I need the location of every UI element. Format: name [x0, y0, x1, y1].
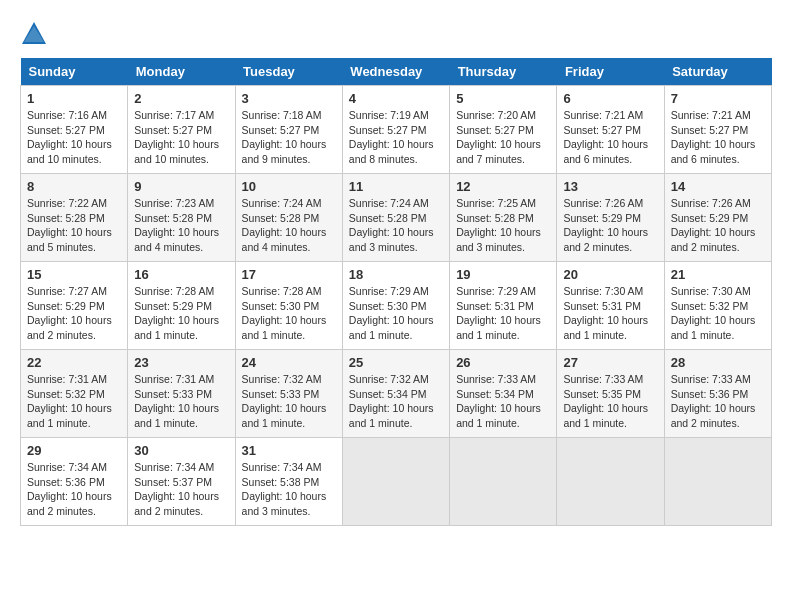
calendar-cell: 5Sunrise: 7:20 AM Sunset: 5:27 PM Daylig… [450, 86, 557, 174]
day-info: Sunrise: 7:31 AM Sunset: 5:33 PM Dayligh… [134, 372, 228, 431]
day-info: Sunrise: 7:30 AM Sunset: 5:31 PM Dayligh… [563, 284, 657, 343]
calendar-cell: 13Sunrise: 7:26 AM Sunset: 5:29 PM Dayli… [557, 174, 664, 262]
day-number: 11 [349, 179, 443, 194]
day-header: Thursday [450, 58, 557, 86]
day-header: Monday [128, 58, 235, 86]
calendar-body: 1Sunrise: 7:16 AM Sunset: 5:27 PM Daylig… [21, 86, 772, 526]
calendar-week-row: 22Sunrise: 7:31 AM Sunset: 5:32 PM Dayli… [21, 350, 772, 438]
day-info: Sunrise: 7:34 AM Sunset: 5:38 PM Dayligh… [242, 460, 336, 519]
day-number: 25 [349, 355, 443, 370]
day-info: Sunrise: 7:34 AM Sunset: 5:36 PM Dayligh… [27, 460, 121, 519]
day-number: 17 [242, 267, 336, 282]
day-header: Saturday [664, 58, 771, 86]
day-number: 30 [134, 443, 228, 458]
day-info: Sunrise: 7:18 AM Sunset: 5:27 PM Dayligh… [242, 108, 336, 167]
calendar-week-row: 8Sunrise: 7:22 AM Sunset: 5:28 PM Daylig… [21, 174, 772, 262]
day-number: 19 [456, 267, 550, 282]
day-number: 5 [456, 91, 550, 106]
day-number: 29 [27, 443, 121, 458]
calendar-cell: 10Sunrise: 7:24 AM Sunset: 5:28 PM Dayli… [235, 174, 342, 262]
day-header: Tuesday [235, 58, 342, 86]
calendar-header-row: SundayMondayTuesdayWednesdayThursdayFrid… [21, 58, 772, 86]
day-info: Sunrise: 7:23 AM Sunset: 5:28 PM Dayligh… [134, 196, 228, 255]
calendar-cell: 25Sunrise: 7:32 AM Sunset: 5:34 PM Dayli… [342, 350, 449, 438]
calendar-cell: 23Sunrise: 7:31 AM Sunset: 5:33 PM Dayli… [128, 350, 235, 438]
day-number: 21 [671, 267, 765, 282]
day-number: 6 [563, 91, 657, 106]
calendar-cell [342, 438, 449, 526]
day-info: Sunrise: 7:22 AM Sunset: 5:28 PM Dayligh… [27, 196, 121, 255]
calendar-cell: 21Sunrise: 7:30 AM Sunset: 5:32 PM Dayli… [664, 262, 771, 350]
day-number: 8 [27, 179, 121, 194]
day-info: Sunrise: 7:27 AM Sunset: 5:29 PM Dayligh… [27, 284, 121, 343]
day-number: 13 [563, 179, 657, 194]
logo [20, 20, 52, 48]
day-info: Sunrise: 7:21 AM Sunset: 5:27 PM Dayligh… [563, 108, 657, 167]
calendar-cell: 3Sunrise: 7:18 AM Sunset: 5:27 PM Daylig… [235, 86, 342, 174]
day-number: 3 [242, 91, 336, 106]
day-number: 1 [27, 91, 121, 106]
calendar-table: SundayMondayTuesdayWednesdayThursdayFrid… [20, 58, 772, 526]
day-info: Sunrise: 7:25 AM Sunset: 5:28 PM Dayligh… [456, 196, 550, 255]
calendar-cell: 31Sunrise: 7:34 AM Sunset: 5:38 PM Dayli… [235, 438, 342, 526]
calendar-cell: 1Sunrise: 7:16 AM Sunset: 5:27 PM Daylig… [21, 86, 128, 174]
day-info: Sunrise: 7:32 AM Sunset: 5:33 PM Dayligh… [242, 372, 336, 431]
day-number: 26 [456, 355, 550, 370]
day-number: 28 [671, 355, 765, 370]
day-info: Sunrise: 7:33 AM Sunset: 5:34 PM Dayligh… [456, 372, 550, 431]
day-number: 12 [456, 179, 550, 194]
calendar-cell: 17Sunrise: 7:28 AM Sunset: 5:30 PM Dayli… [235, 262, 342, 350]
calendar-cell: 16Sunrise: 7:28 AM Sunset: 5:29 PM Dayli… [128, 262, 235, 350]
day-number: 20 [563, 267, 657, 282]
calendar-cell: 29Sunrise: 7:34 AM Sunset: 5:36 PM Dayli… [21, 438, 128, 526]
day-info: Sunrise: 7:26 AM Sunset: 5:29 PM Dayligh… [563, 196, 657, 255]
calendar-cell: 22Sunrise: 7:31 AM Sunset: 5:32 PM Dayli… [21, 350, 128, 438]
calendar-cell: 2Sunrise: 7:17 AM Sunset: 5:27 PM Daylig… [128, 86, 235, 174]
day-number: 22 [27, 355, 121, 370]
day-number: 24 [242, 355, 336, 370]
calendar-cell [664, 438, 771, 526]
day-number: 14 [671, 179, 765, 194]
calendar-cell: 9Sunrise: 7:23 AM Sunset: 5:28 PM Daylig… [128, 174, 235, 262]
day-header: Wednesday [342, 58, 449, 86]
day-info: Sunrise: 7:19 AM Sunset: 5:27 PM Dayligh… [349, 108, 443, 167]
day-info: Sunrise: 7:32 AM Sunset: 5:34 PM Dayligh… [349, 372, 443, 431]
calendar-cell: 20Sunrise: 7:30 AM Sunset: 5:31 PM Dayli… [557, 262, 664, 350]
day-number: 23 [134, 355, 228, 370]
day-number: 27 [563, 355, 657, 370]
calendar-cell: 15Sunrise: 7:27 AM Sunset: 5:29 PM Dayli… [21, 262, 128, 350]
calendar-week-row: 1Sunrise: 7:16 AM Sunset: 5:27 PM Daylig… [21, 86, 772, 174]
day-info: Sunrise: 7:26 AM Sunset: 5:29 PM Dayligh… [671, 196, 765, 255]
logo-icon [20, 20, 48, 48]
day-number: 10 [242, 179, 336, 194]
calendar-cell: 18Sunrise: 7:29 AM Sunset: 5:30 PM Dayli… [342, 262, 449, 350]
day-number: 2 [134, 91, 228, 106]
calendar-cell [450, 438, 557, 526]
day-info: Sunrise: 7:29 AM Sunset: 5:31 PM Dayligh… [456, 284, 550, 343]
calendar-cell: 12Sunrise: 7:25 AM Sunset: 5:28 PM Dayli… [450, 174, 557, 262]
calendar-cell: 27Sunrise: 7:33 AM Sunset: 5:35 PM Dayli… [557, 350, 664, 438]
day-info: Sunrise: 7:21 AM Sunset: 5:27 PM Dayligh… [671, 108, 765, 167]
day-info: Sunrise: 7:24 AM Sunset: 5:28 PM Dayligh… [349, 196, 443, 255]
day-info: Sunrise: 7:33 AM Sunset: 5:35 PM Dayligh… [563, 372, 657, 431]
calendar-cell: 28Sunrise: 7:33 AM Sunset: 5:36 PM Dayli… [664, 350, 771, 438]
svg-marker-1 [24, 26, 44, 42]
day-number: 4 [349, 91, 443, 106]
calendar-cell: 4Sunrise: 7:19 AM Sunset: 5:27 PM Daylig… [342, 86, 449, 174]
calendar-cell: 24Sunrise: 7:32 AM Sunset: 5:33 PM Dayli… [235, 350, 342, 438]
day-info: Sunrise: 7:33 AM Sunset: 5:36 PM Dayligh… [671, 372, 765, 431]
day-number: 18 [349, 267, 443, 282]
calendar-cell: 8Sunrise: 7:22 AM Sunset: 5:28 PM Daylig… [21, 174, 128, 262]
calendar-week-row: 29Sunrise: 7:34 AM Sunset: 5:36 PM Dayli… [21, 438, 772, 526]
day-info: Sunrise: 7:34 AM Sunset: 5:37 PM Dayligh… [134, 460, 228, 519]
day-info: Sunrise: 7:28 AM Sunset: 5:29 PM Dayligh… [134, 284, 228, 343]
calendar-cell: 26Sunrise: 7:33 AM Sunset: 5:34 PM Dayli… [450, 350, 557, 438]
day-info: Sunrise: 7:16 AM Sunset: 5:27 PM Dayligh… [27, 108, 121, 167]
calendar-cell: 11Sunrise: 7:24 AM Sunset: 5:28 PM Dayli… [342, 174, 449, 262]
calendar-cell: 30Sunrise: 7:34 AM Sunset: 5:37 PM Dayli… [128, 438, 235, 526]
calendar-cell [557, 438, 664, 526]
day-info: Sunrise: 7:31 AM Sunset: 5:32 PM Dayligh… [27, 372, 121, 431]
day-info: Sunrise: 7:29 AM Sunset: 5:30 PM Dayligh… [349, 284, 443, 343]
day-header: Friday [557, 58, 664, 86]
day-info: Sunrise: 7:30 AM Sunset: 5:32 PM Dayligh… [671, 284, 765, 343]
